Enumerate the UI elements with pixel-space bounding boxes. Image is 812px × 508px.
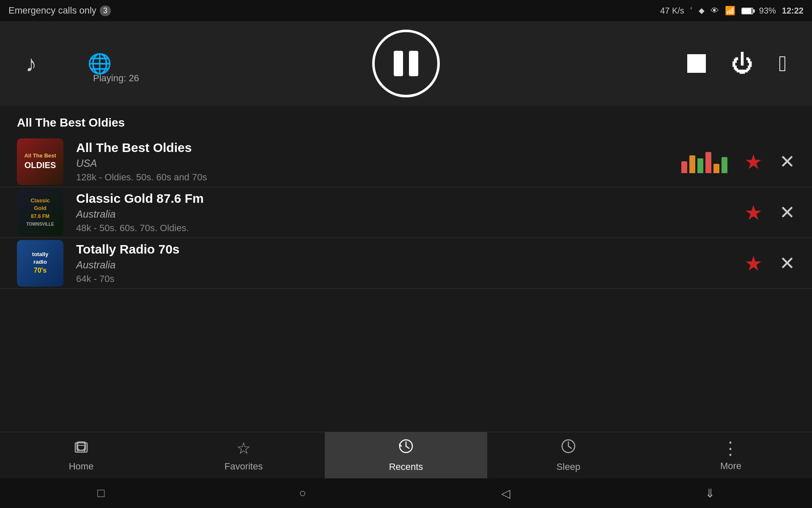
more-label: More: [720, 461, 741, 472]
bluetooth-icon2: ◆: [699, 6, 705, 15]
home-label: Home: [69, 461, 94, 472]
system-nav: □ ○ ◁ ⇓: [0, 478, 812, 508]
equalizer: [681, 150, 727, 173]
favorites-label: Favorites: [225, 461, 263, 472]
station-country-2: Australia: [76, 208, 732, 220]
status-bar: Emergency calls only 3 47 K/s ʿ️ ◆ 👁 📶 9…: [0, 0, 812, 21]
home-sys-btn[interactable]: ○: [299, 486, 306, 500]
station-list: All The BestOLDIES All The Best Oldies U…: [0, 136, 812, 289]
nav-item-recents[interactable]: Recents: [325, 432, 487, 478]
station-name-3: Totally Radio 70s: [76, 242, 732, 257]
download-sys-btn[interactable]: ⇓: [705, 486, 715, 500]
time-display: 12:22: [782, 6, 804, 16]
sleep-icon: [560, 438, 576, 458]
status-bar-right: 47 K/s ʿ️ ◆ 👁 📶 93% 12:22: [660, 6, 804, 16]
header-controls: ⏻ 𫪻: [687, 51, 787, 76]
station-desc-1: 128k - Oldies. 50s. 60s and 70s: [76, 172, 669, 183]
remove-button-1[interactable]: ✕: [779, 151, 795, 172]
eye-icon: 👁: [710, 6, 719, 16]
station-logo-1: All The BestOLDIES: [17, 138, 63, 185]
nav-item-more[interactable]: ⋮ More: [650, 432, 812, 478]
speed-text: 47 K/s: [660, 6, 684, 16]
home-icon: [74, 439, 89, 458]
station-actions-2: ★ ✕: [744, 201, 795, 224]
recents-label: Recents: [389, 461, 423, 472]
playing-text: Playing: 26: [93, 73, 139, 84]
favorite-star-1[interactable]: ★: [744, 150, 763, 174]
station-desc-2: 48k - 50s. 60s. 70s. Oldies.: [76, 223, 732, 234]
emergency-text: Emergency calls only: [8, 5, 96, 16]
battery-percent: 93%: [759, 6, 776, 16]
station-info-3: Totally Radio 70s Australia 64k - 70s: [76, 242, 732, 284]
favorite-star-2[interactable]: ★: [744, 201, 763, 224]
nav-item-favorites[interactable]: ☆ Favorites: [162, 432, 325, 478]
music-icon[interactable]: ♪: [25, 50, 37, 77]
bluetooth-icon: ʿ️: [690, 6, 693, 16]
favorites-icon: ☆: [236, 439, 251, 458]
pause-button[interactable]: [372, 30, 440, 97]
table-row[interactable]: ClassicGold87.6 FMTOWNSVILLE Classic Gol…: [0, 187, 812, 238]
nav-item-sleep[interactable]: Sleep: [487, 432, 650, 478]
back-sys-btn[interactable]: ◁: [501, 486, 510, 500]
emergency-badge: 3: [100, 6, 111, 16]
wifi-icon: 📶: [725, 6, 735, 16]
station-country-3: Australia: [76, 259, 732, 271]
table-row[interactable]: totallyradio70's Totally Radio 70s Austr…: [0, 238, 812, 289]
nav-item-home[interactable]: Home: [0, 432, 162, 478]
share-button[interactable]: 𫪻: [779, 51, 787, 76]
power-button[interactable]: ⏻: [731, 51, 753, 76]
bottom-nav: Home ☆ Favorites Recents Sleep ⋮ More: [0, 432, 812, 478]
favorite-star-3[interactable]: ★: [744, 251, 763, 275]
station-info-1: All The Best Oldies USA 128k - Oldies. 5…: [76, 141, 669, 183]
recents-sys-btn[interactable]: □: [97, 486, 104, 500]
more-icon: ⋮: [721, 439, 740, 457]
station-desc-3: 64k - 70s: [76, 273, 732, 284]
recents-icon: [398, 438, 414, 458]
station-actions-1: ★ ✕: [681, 150, 795, 174]
svg-rect-1: [78, 445, 85, 452]
station-logo-2: ClassicGold87.6 FMTOWNSVILLE: [17, 189, 63, 236]
stop-button[interactable]: [687, 54, 706, 73]
battery-container: [741, 6, 753, 16]
section-title: All The Best Oldies: [0, 106, 812, 136]
station-logo-3: totallyradio70's: [17, 240, 63, 287]
globe-icon[interactable]: 🌐: [88, 52, 112, 75]
player-header: ♪ 🌐 Playing: 26 ⏻ 𫪻: [0, 21, 812, 106]
table-row[interactable]: All The BestOLDIES All The Best Oldies U…: [0, 136, 812, 187]
station-actions-3: ★ ✕: [744, 251, 795, 275]
station-name-1: All The Best Oldies: [76, 141, 669, 155]
station-name-2: Classic Gold 87.6 Fm: [76, 191, 732, 206]
remove-button-3[interactable]: ✕: [779, 252, 795, 274]
station-country-1: USA: [76, 157, 669, 169]
sleep-label: Sleep: [557, 461, 580, 472]
status-bar-left: Emergency calls only 3: [8, 5, 111, 16]
remove-button-2[interactable]: ✕: [779, 202, 795, 223]
station-info-2: Classic Gold 87.6 Fm Australia 48k - 50s…: [76, 191, 732, 234]
